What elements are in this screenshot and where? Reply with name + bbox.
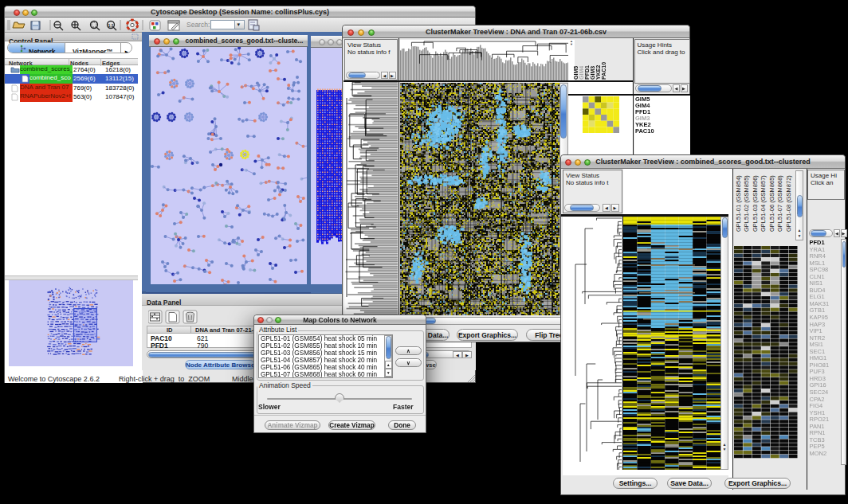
- svg-text:1:1: 1:1: [108, 23, 113, 28]
